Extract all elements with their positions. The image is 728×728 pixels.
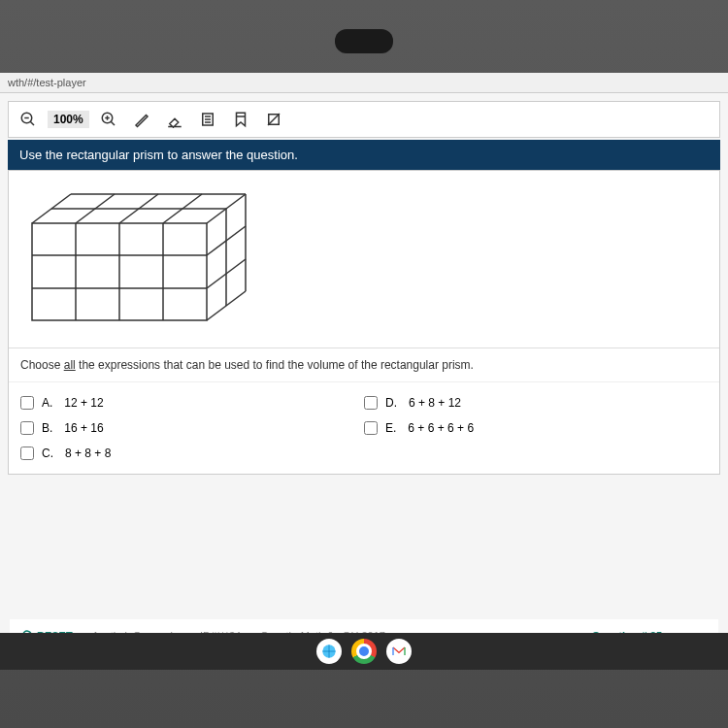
svg-line-4 xyxy=(111,121,115,125)
checkbox-d[interactable] xyxy=(364,396,378,410)
eraser-icon[interactable] xyxy=(161,108,188,131)
instruction-post: the expressions that can be used to find… xyxy=(76,358,474,372)
choices-right: D. 6 + 8 + 12 E. 6 + 6 + 6 + 6 xyxy=(364,390,708,466)
choice-text: 16 + 16 xyxy=(64,421,103,435)
highlighter-icon[interactable] xyxy=(128,108,155,131)
app-icon[interactable] xyxy=(316,639,342,664)
choice-text: 8 + 8 + 8 xyxy=(65,447,111,460)
toolbar: 100% xyxy=(8,101,720,138)
strikethrough-icon[interactable] xyxy=(260,108,287,131)
screen: wth/#/test-player 100% xyxy=(0,73,728,670)
question-header: Use the rectangular prism to answer the … xyxy=(8,140,720,170)
choice-d[interactable]: D. 6 + 8 + 12 xyxy=(364,390,708,415)
checkbox-a[interactable] xyxy=(20,396,34,410)
notepad-icon[interactable] xyxy=(194,108,221,131)
zoom-out-icon[interactable] xyxy=(15,108,42,131)
prism-figure xyxy=(9,171,719,348)
zoom-in-icon[interactable] xyxy=(95,108,122,131)
choices-container: A. 12 + 12 B. 16 + 16 C. 8 + 8 + 8 xyxy=(9,382,719,474)
url-bar[interactable]: wth/#/test-player xyxy=(0,73,728,93)
choice-letter: A. xyxy=(42,396,52,410)
checkbox-c[interactable] xyxy=(20,447,34,460)
checkbox-e[interactable] xyxy=(364,421,378,435)
webcam xyxy=(335,29,393,53)
content-area: 100% Use the xyxy=(0,93,728,669)
choice-text: 6 + 8 + 12 xyxy=(409,396,461,410)
mail-icon[interactable] xyxy=(386,639,412,664)
rectangular-prism-svg xyxy=(22,184,275,330)
zoom-level: 100% xyxy=(48,111,89,128)
choice-letter: C. xyxy=(42,447,53,460)
chrome-icon[interactable] xyxy=(351,639,377,664)
svg-line-1 xyxy=(30,121,34,125)
choice-text: 6 + 6 + 6 + 6 xyxy=(408,421,474,435)
checkbox-b[interactable] xyxy=(20,421,34,435)
choice-letter: D. xyxy=(385,396,397,410)
instruction-pre: Choose xyxy=(20,358,64,372)
choice-letter: B. xyxy=(42,421,52,435)
instruction-text: Choose all the expressions that can be u… xyxy=(9,348,719,382)
instruction-underline: all xyxy=(64,358,76,372)
taskbar xyxy=(0,633,728,670)
question-body: Choose all the expressions that can be u… xyxy=(8,170,720,475)
choice-c[interactable]: C. 8 + 8 + 8 xyxy=(20,441,364,466)
choice-text: 12 + 12 xyxy=(64,396,103,410)
svg-line-13 xyxy=(268,114,280,125)
choices-left: A. 12 + 12 B. 16 + 16 C. 8 + 8 + 8 xyxy=(20,390,364,466)
laptop-frame: wth/#/test-player 100% xyxy=(0,0,728,728)
choice-letter: E. xyxy=(385,421,396,435)
choice-b[interactable]: B. 16 + 16 xyxy=(20,415,364,441)
bookmark-icon[interactable] xyxy=(227,108,254,131)
choice-e[interactable]: E. 6 + 6 + 6 + 6 xyxy=(364,415,708,441)
choice-a[interactable]: A. 12 + 12 xyxy=(20,390,364,415)
